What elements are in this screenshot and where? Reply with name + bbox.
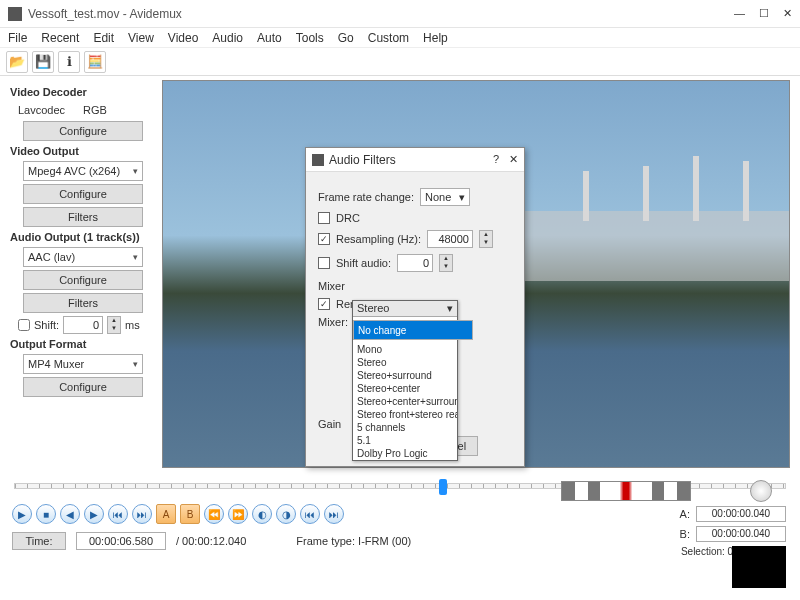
mixer-option[interactable]: Dolby Pro Logic — [353, 447, 457, 460]
shift-checkbox[interactable] — [18, 319, 30, 331]
titlebar: Vessoft_test.mov - Avidemux — ☐ ✕ — [0, 0, 800, 28]
decoder-format: RGB — [83, 104, 107, 116]
play-button[interactable]: ▶ — [12, 504, 32, 524]
video-configure-button[interactable]: Configure — [23, 184, 143, 204]
mixer-group-label: Mixer — [318, 280, 512, 292]
audio-filters-button[interactable]: Filters — [23, 293, 143, 313]
drc-checkbox[interactable] — [318, 212, 330, 224]
video-output-title: Video Output — [10, 145, 156, 157]
maximize-button[interactable]: ☐ — [759, 7, 769, 20]
goto-end-button[interactable]: ⏩ — [228, 504, 248, 524]
menu-tools[interactable]: Tools — [296, 31, 324, 45]
mixer-option[interactable]: Stereo+center+surround — [353, 395, 457, 408]
chevron-down-icon: ▾ — [133, 359, 138, 369]
video-output-select[interactable]: Mpeg4 AVC (x264)▾ — [23, 161, 143, 181]
resampling-checkbox[interactable]: ✓ — [318, 233, 330, 245]
next-keyframe-button[interactable]: ⏭ — [132, 504, 152, 524]
shift-spinner[interactable]: ▲▼ — [107, 316, 121, 334]
stop-button[interactable]: ■ — [36, 504, 56, 524]
save-button[interactable]: 💾 — [32, 51, 54, 73]
prev-frame-button[interactable]: ◀ — [60, 504, 80, 524]
mixer-option[interactable]: Stereo — [353, 356, 457, 369]
shift-unit: ms — [125, 319, 140, 331]
sidebar: Video Decoder Lavcodec RGB Configure Vid… — [0, 76, 162, 472]
mixer-option[interactable]: Stereo front+stereo rear — [353, 408, 457, 421]
info-button[interactable]: ℹ — [58, 51, 80, 73]
next-black-button[interactable]: ◑ — [276, 504, 296, 524]
duration: / 00:00:12.040 — [176, 535, 246, 547]
time-label: Time: — [12, 532, 66, 550]
shift-audio-value[interactable]: 0 — [397, 254, 433, 272]
mixer-option[interactable]: Mono — [353, 343, 457, 356]
menu-go[interactable]: Go — [338, 31, 354, 45]
menubar: File Recent Edit View Video Audio Auto T… — [0, 28, 800, 48]
close-button[interactable]: ✕ — [783, 7, 792, 20]
app-icon — [8, 7, 22, 21]
menu-recent[interactable]: Recent — [41, 31, 79, 45]
mixer-option[interactable]: Stereo+surround — [353, 369, 457, 382]
frame-rate-label: Frame rate change: — [318, 191, 414, 203]
time-value[interactable]: 00:00:06.580 — [76, 532, 166, 550]
menu-edit[interactable]: Edit — [93, 31, 114, 45]
dialog-help-button[interactable]: ? — [493, 153, 499, 166]
mixer-option[interactable]: Stereo+center — [353, 382, 457, 395]
frame-type: Frame type: I-FRM (00) — [296, 535, 411, 547]
minimize-button[interactable]: — — [734, 7, 745, 20]
output-configure-button[interactable]: Configure — [23, 377, 143, 397]
marker-a-value: 00:00:00.040 — [696, 506, 786, 522]
output-format-title: Output Format — [10, 338, 156, 350]
set-marker-b-button[interactable]: B — [180, 504, 200, 524]
timeline-thumb[interactable] — [439, 479, 447, 495]
shift-audio-spinner[interactable]: ▲▼ — [439, 254, 453, 272]
mixer-label: Mixer: — [318, 316, 348, 328]
audio-configure-button[interactable]: Configure — [23, 270, 143, 290]
menu-audio[interactable]: Audio — [212, 31, 243, 45]
mixer-selected: Stereo — [357, 302, 389, 315]
first-frame-button[interactable]: ⏮ — [300, 504, 320, 524]
shift-value[interactable]: 0 — [63, 316, 103, 334]
set-marker-a-button[interactable]: A — [156, 504, 176, 524]
mixer-option[interactable]: No change — [353, 320, 473, 340]
mixer-option[interactable]: 5.1 — [353, 434, 457, 447]
menu-video[interactable]: Video — [168, 31, 198, 45]
resampling-value[interactable]: 48000 — [427, 230, 473, 248]
calculator-button[interactable]: 🧮 — [84, 51, 106, 73]
shift-label: Shift: — [34, 319, 59, 331]
dialog-titlebar: Audio Filters ? ✕ — [306, 148, 524, 172]
remix-checkbox[interactable]: ✓ — [318, 298, 330, 310]
mixer-option[interactable]: 5 channels — [353, 421, 457, 434]
audio-output-title: Audio Output (1 track(s)) — [10, 231, 156, 243]
frame-rate-select[interactable]: None▾ — [420, 188, 470, 206]
jog-scrubber[interactable] — [561, 481, 691, 501]
menu-help[interactable]: Help — [423, 31, 448, 45]
menu-custom[interactable]: Custom — [368, 31, 409, 45]
last-frame-button[interactable]: ⏭ — [324, 504, 344, 524]
open-button[interactable]: 📂 — [6, 51, 28, 73]
dialog-icon — [312, 154, 324, 166]
mixer-dropdown[interactable]: Stereo▾ No change Mono Stereo Stereo+sur… — [352, 300, 458, 461]
dialog-close-button[interactable]: ✕ — [509, 153, 518, 166]
menu-view[interactable]: View — [128, 31, 154, 45]
shift-audio-checkbox[interactable] — [318, 257, 330, 269]
video-decoder-title: Video Decoder — [10, 86, 156, 98]
marker-a-label: A: — [680, 508, 690, 520]
chevron-down-icon: ▾ — [447, 302, 453, 315]
chevron-down-icon: ▾ — [133, 166, 138, 176]
menu-auto[interactable]: Auto — [257, 31, 282, 45]
window-title: Vessoft_test.mov - Avidemux — [28, 7, 734, 21]
jog-knob[interactable] — [750, 480, 772, 502]
video-output-value: Mpeg4 AVC (x264) — [28, 165, 120, 177]
audio-output-value: AAC (lav) — [28, 251, 75, 263]
resampling-spinner[interactable]: ▲▼ — [479, 230, 493, 248]
prev-black-button[interactable]: ◐ — [252, 504, 272, 524]
output-format-select[interactable]: MP4 Muxer▾ — [23, 354, 143, 374]
decoder-codec: Lavcodec — [18, 104, 65, 116]
goto-start-button[interactable]: ⏪ — [204, 504, 224, 524]
menu-file[interactable]: File — [8, 31, 27, 45]
video-filters-button[interactable]: Filters — [23, 207, 143, 227]
audio-output-select[interactable]: AAC (lav)▾ — [23, 247, 143, 267]
toolbar: 📂 💾 ℹ 🧮 — [0, 48, 800, 76]
next-frame-button[interactable]: ▶ — [84, 504, 104, 524]
prev-keyframe-button[interactable]: ⏮ — [108, 504, 128, 524]
decoder-configure-button[interactable]: Configure — [23, 121, 143, 141]
